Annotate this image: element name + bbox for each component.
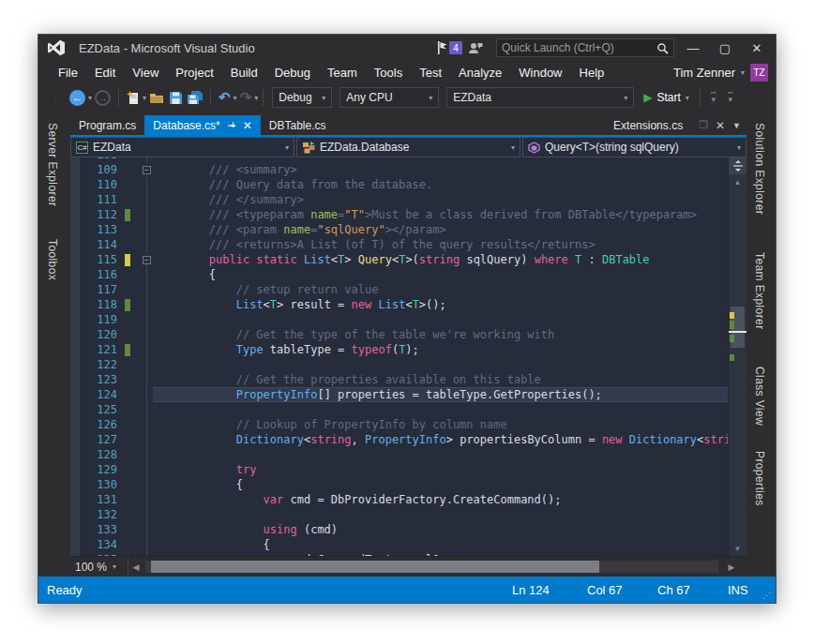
- tool-tab-properties[interactable]: Properties: [753, 451, 766, 506]
- code-line-126[interactable]: 126 // Lookup of PropertyInfo by column …: [70, 417, 728, 432]
- menu-help[interactable]: Help: [571, 63, 613, 82]
- editor-split-handle[interactable]: [729, 157, 746, 174]
- document-tab-dbtable-cs[interactable]: DBTable.cs: [261, 115, 335, 135]
- user-avatar[interactable]: TZ: [750, 64, 768, 82]
- menu-test[interactable]: Test: [411, 63, 450, 82]
- close-document-icon[interactable]: ✕: [716, 119, 725, 132]
- menu-view[interactable]: View: [124, 63, 167, 82]
- scroll-down-arrow[interactable]: ▼: [729, 541, 746, 556]
- code-line-129[interactable]: 129 try: [70, 462, 728, 477]
- menu-project[interactable]: Project: [167, 63, 221, 82]
- open-file-button[interactable]: [146, 87, 167, 108]
- code-line-117[interactable]: 117 // setup return value: [70, 282, 728, 297]
- menu-edit[interactable]: Edit: [86, 63, 124, 82]
- menu-window[interactable]: Window: [510, 63, 570, 82]
- code-line-119[interactable]: 119: [70, 312, 728, 327]
- code-line-133[interactable]: 133 using (cmd): [70, 522, 728, 537]
- document-tab-database-cs-[interactable]: Database.cs*✕: [144, 115, 260, 135]
- code-line-110[interactable]: 110 /// Query data from the database.: [70, 177, 728, 192]
- code-line-109[interactable]: 109− /// <summary>: [70, 162, 728, 177]
- toolbar-options-button[interactable]: ””▾: [711, 93, 716, 102]
- code-line-116[interactable]: 116 {: [70, 267, 728, 282]
- notifications-button[interactable]: 4: [436, 41, 462, 54]
- redo-chevron-icon[interactable]: ▾: [254, 94, 258, 102]
- save-button[interactable]: [167, 87, 185, 108]
- tool-tab-class-view[interactable]: Class View: [753, 367, 766, 426]
- toolbar-options-button-2[interactable]: ””▾: [728, 93, 733, 102]
- scroll-right-arrow[interactable]: ▶: [724, 562, 739, 572]
- scrollbar-track[interactable]: [729, 189, 746, 541]
- code-line-134[interactable]: 134 {: [70, 537, 728, 552]
- code-line-112[interactable]: 112 /// <typeparam name="T">Must be a cl…: [70, 207, 728, 222]
- navbar-dropdown-2[interactable]: Query<T>(string sqlQuery)▾: [522, 137, 746, 157]
- resize-grip[interactable]: ⋰: [762, 591, 772, 600]
- feedback-icon[interactable]: [468, 41, 483, 55]
- solution-configuration-dropdown[interactable]: Debug▾: [272, 87, 332, 108]
- code-line-125[interactable]: 125: [70, 402, 728, 417]
- tab-list-chevron-icon[interactable]: ▼: [732, 121, 741, 130]
- code-line-111[interactable]: 111 /// </summary>: [70, 192, 728, 207]
- menu-debug[interactable]: Debug: [266, 63, 319, 82]
- code-line-123[interactable]: 123 // Get the properties available on t…: [70, 372, 728, 387]
- code-text: Dictionary<string, PropertyInfo> propert…: [155, 433, 746, 446]
- code-line-121[interactable]: 121 Type tableType = typeof(T);: [70, 342, 728, 357]
- tool-tab-server-explorer[interactable]: Server Explorer: [46, 123, 59, 206]
- start-debugging-button[interactable]: ▶ Start ▾: [643, 91, 689, 104]
- menu-team[interactable]: Team: [319, 63, 366, 82]
- menu-file[interactable]: File: [50, 63, 86, 82]
- menu-analyze[interactable]: Analyze: [450, 63, 510, 82]
- status-insert-mode: INS: [728, 583, 748, 597]
- line-number: 117: [70, 283, 117, 296]
- code-line-132[interactable]: 132: [70, 507, 728, 522]
- tool-tab-team-explorer[interactable]: Team Explorer: [753, 252, 766, 330]
- tool-tab-solution-explorer[interactable]: Solution Explorer: [753, 123, 766, 215]
- collapse-region-box[interactable]: −: [143, 256, 151, 264]
- menu-build[interactable]: Build: [222, 63, 266, 82]
- code-line-120[interactable]: 120 // Get the type of the table we're w…: [70, 327, 728, 342]
- undo-button[interactable]: ↶: [216, 87, 234, 108]
- code-line-127[interactable]: 127 Dictionary<string, PropertyInfo> pro…: [70, 432, 728, 447]
- code-line-114[interactable]: 114 /// <returns>A List (of T) of the qu…: [70, 237, 728, 252]
- user-menu-chevron-down-icon[interactable]: ▾: [741, 68, 745, 77]
- document-tab-program-cs[interactable]: Program.cs: [70, 115, 144, 135]
- code-line-124[interactable]: 124 PropertyInfo[] properties = tableTyp…: [70, 387, 728, 402]
- tool-tab-toolbox[interactable]: Toolbox: [46, 239, 59, 280]
- pin-tab-icon[interactable]: [227, 121, 236, 130]
- outline-guide: [146, 222, 147, 237]
- menu-tools[interactable]: Tools: [366, 63, 411, 82]
- close-tab-icon[interactable]: ✕: [243, 119, 252, 132]
- code-editor[interactable]: 108109− /// <summary>110 /// Query data …: [70, 157, 746, 556]
- solution-platform-dropdown[interactable]: Any CPU▾: [339, 87, 439, 108]
- vertical-scrollbar[interactable]: ▲ ▼: [728, 157, 746, 556]
- close-button[interactable]: ✕: [744, 37, 770, 58]
- document-tab-strip: Program.csDatabase.cs*✕DBTable.cs Extens…: [70, 112, 746, 135]
- minimize-button[interactable]: —: [680, 37, 706, 58]
- navigate-forward-button[interactable]: →: [95, 90, 111, 106]
- maximize-button[interactable]: ▢: [712, 37, 738, 58]
- horizontal-scrollbar-thumb[interactable]: [151, 561, 599, 573]
- code-line-128[interactable]: 128: [70, 447, 728, 462]
- code-line-118[interactable]: 118 List<T> result = new List<T>();: [70, 297, 728, 312]
- code-line-122[interactable]: 122: [70, 357, 728, 372]
- save-all-button[interactable]: [185, 87, 205, 108]
- startup-project-dropdown[interactable]: EZData▾: [446, 87, 634, 108]
- code-line-115[interactable]: 115− public static List<T> Query<T>(stri…: [70, 252, 728, 267]
- document-tab-extensions-cs[interactable]: Extensions.cs: [605, 115, 691, 135]
- code-line-131[interactable]: 131 var cmd = DbProviderFactory.CreateCo…: [70, 492, 728, 507]
- redo-button[interactable]: ↷: [237, 87, 255, 108]
- play-icon: ▶: [643, 91, 652, 104]
- code-line-113[interactable]: 113 /// <param name="sqlQuery"></param>: [70, 222, 728, 237]
- navbar-dropdown-0[interactable]: C#EZData▾: [70, 137, 294, 157]
- collapse-region-box[interactable]: −: [143, 166, 151, 174]
- new-file-button[interactable]: [124, 87, 143, 108]
- scroll-up-arrow[interactable]: ▲: [729, 174, 746, 189]
- promote-tab-icon[interactable]: ❐: [699, 119, 708, 131]
- horizontal-scrollbar-track[interactable]: [145, 561, 718, 573]
- user-name[interactable]: Tim Zenner: [673, 66, 735, 80]
- code-line-130[interactable]: 130 {: [70, 477, 728, 492]
- scroll-left-arrow[interactable]: ◀: [128, 562, 143, 572]
- quick-launch-input[interactable]: Quick Launch (Ctrl+Q): [496, 38, 674, 57]
- navbar-dropdown-1[interactable]: EZData.Database▾: [296, 137, 520, 157]
- zoom-level-dropdown[interactable]: 100 %▾: [70, 558, 128, 577]
- navigate-back-button[interactable]: ←: [69, 90, 85, 106]
